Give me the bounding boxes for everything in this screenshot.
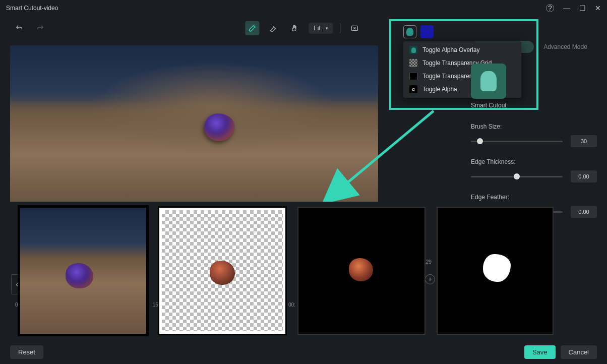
overlay-person-button[interactable] [403, 25, 416, 38]
thumb-transparency-black[interactable] [298, 208, 424, 334]
edge-thickness-slider[interactable] [471, 176, 563, 177]
person-silhouette-icon [409, 46, 417, 54]
close-icon[interactable]: ✕ [595, 4, 601, 12]
param-brush-size: Brush Size: 30 [471, 123, 597, 147]
brush-size-value[interactable]: 30 [571, 135, 597, 147]
toolbar: Fit ▾ [0, 16, 607, 40]
overlay-blue-button[interactable] [420, 25, 434, 38]
help-icon[interactable]: ? [546, 4, 554, 12]
minimize-icon[interactable]: — [563, 4, 570, 12]
param-label: Edge Thickness: [471, 158, 597, 165]
magic-brush-button[interactable] [245, 21, 259, 35]
thumb-transparency-grid[interactable] [159, 208, 285, 334]
window-controls: ? — ☐ ✕ [546, 4, 601, 12]
pan-button[interactable] [287, 21, 301, 35]
undo-button[interactable] [12, 21, 26, 35]
edge-feather-value[interactable]: 0.00 [571, 206, 597, 218]
brush-size-slider[interactable] [471, 141, 563, 142]
footer: Reset Save Cancel [0, 340, 607, 364]
thumb-original[interactable] [20, 208, 146, 334]
param-label: Brush Size: [471, 123, 597, 130]
black-square-icon [409, 72, 417, 80]
window-title: Smart Cutout-video [6, 5, 58, 12]
cancel-button[interactable]: Cancel [561, 345, 597, 359]
menu-item-label: Toggle Alpha Overlay [422, 46, 479, 53]
save-button[interactable]: Save [524, 345, 556, 359]
smart-cutout-tile[interactable] [471, 64, 506, 99]
menu-item-alpha-overlay[interactable]: Toggle Alpha Overlay [403, 43, 521, 56]
thumb-alpha[interactable] [438, 208, 553, 334]
toolbar-separator [340, 23, 341, 33]
eraser-button[interactable] [266, 21, 280, 35]
param-label: Edge Feather: [471, 194, 597, 201]
edge-thickness-value[interactable]: 0.00 [571, 170, 597, 183]
alpha-icon: α [409, 85, 417, 93]
checker-grid-icon [409, 59, 417, 67]
chevron-down-icon: ▾ [326, 26, 328, 31]
tile-label: Smart Cutout [471, 102, 597, 109]
overlay-thumbnails [20, 208, 553, 334]
menu-item-label: Toggle Alpha [422, 86, 457, 93]
main-preview[interactable] [10, 45, 378, 202]
advanced-mode-tab[interactable]: Advanced Mode [534, 41, 597, 53]
redo-button[interactable] [33, 21, 47, 35]
zoom-select[interactable]: Fit ▾ [309, 23, 333, 34]
maximize-icon[interactable]: ☐ [579, 4, 586, 12]
reset-button[interactable]: Reset [10, 345, 43, 359]
titlebar: Smart Cutout-video ? — ☐ ✕ [0, 0, 607, 16]
zoom-value: Fit [314, 25, 320, 32]
param-edge-thickness: Edge Thickness: 0.00 [471, 158, 597, 183]
compare-button[interactable] [348, 21, 362, 35]
